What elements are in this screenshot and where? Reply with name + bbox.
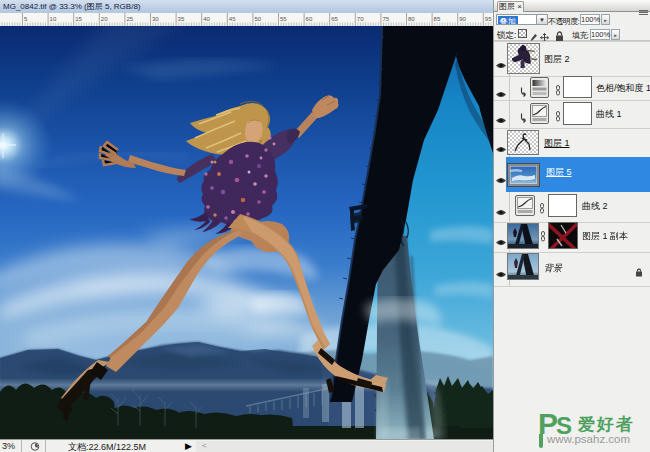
svg-text:40: 40 [203, 16, 210, 22]
svg-text:20: 20 [101, 16, 108, 22]
svg-text:45: 45 [229, 16, 236, 22]
svg-text:50: 50 [254, 16, 261, 22]
svg-text:25: 25 [126, 16, 133, 22]
svg-text:75: 75 [382, 16, 389, 22]
svg-text:60: 60 [306, 16, 313, 22]
svg-text:5: 5 [24, 16, 28, 22]
svg-text:70: 70 [357, 16, 364, 22]
svg-text:30: 30 [152, 16, 159, 22]
svg-text:15: 15 [75, 16, 82, 22]
svg-text:10: 10 [50, 16, 57, 22]
svg-text:85: 85 [434, 16, 441, 22]
svg-text:80: 80 [408, 16, 415, 22]
svg-text:90: 90 [459, 16, 466, 22]
svg-text:95: 95 [485, 16, 492, 22]
svg-text:65: 65 [331, 16, 338, 22]
svg-text:55: 55 [280, 16, 287, 22]
svg-text:35: 35 [178, 16, 185, 22]
